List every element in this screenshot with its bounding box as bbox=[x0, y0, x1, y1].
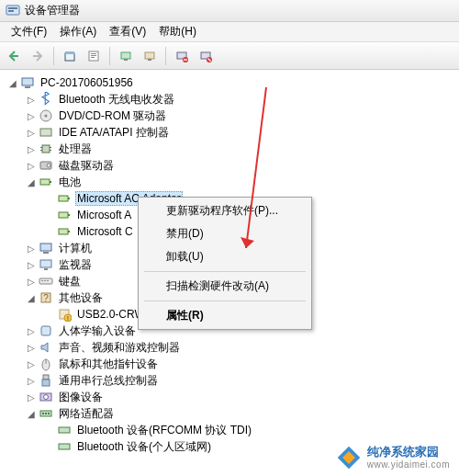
svg-rect-10 bbox=[124, 59, 128, 61]
expand-icon[interactable]: ▷ bbox=[26, 95, 36, 105]
svg-rect-35 bbox=[68, 214, 70, 216]
context-menu: 更新驱动程序软件(P)... 禁用(D) 卸载(U) 扫描检测硬件改动(A) 属… bbox=[138, 197, 312, 330]
tree-label: PC-201706051956 bbox=[39, 75, 135, 90]
svg-rect-22 bbox=[40, 129, 51, 136]
back-button[interactable] bbox=[4, 46, 24, 66]
tree-label: 鼠标和其他指针设备 bbox=[57, 356, 160, 373]
ctx-separator bbox=[144, 300, 306, 301]
collapse-icon[interactable]: ◢ bbox=[26, 409, 36, 419]
ctx-scan-hardware[interactable]: 扫描检测硬件改动(A) bbox=[140, 275, 309, 298]
expand-icon[interactable]: ▷ bbox=[26, 376, 36, 386]
svg-rect-6 bbox=[91, 53, 96, 54]
tree-category[interactable]: ▷鼠标和其他指针设备 bbox=[0, 356, 459, 372]
tree-category[interactable]: ▷图像设备 bbox=[0, 389, 459, 405]
expand-icon[interactable]: ▷ bbox=[26, 144, 36, 154]
battery-icon bbox=[57, 208, 72, 222]
svg-rect-33 bbox=[68, 198, 70, 199]
tree-label: 监视器 bbox=[57, 256, 94, 274]
tree-category[interactable]: ▷Bluetooth 无线电收发器 bbox=[0, 91, 459, 108]
toolbar-separator bbox=[53, 47, 54, 65]
window-title: 设备管理器 bbox=[25, 3, 80, 18]
collapse-icon[interactable]: ◢ bbox=[26, 177, 36, 187]
battery-icon bbox=[57, 191, 72, 206]
menu-file[interactable]: 文件(F) bbox=[6, 22, 52, 41]
expand-icon[interactable]: ▷ bbox=[26, 359, 36, 369]
svg-rect-7 bbox=[91, 55, 96, 56]
tree-label: Microsoft C bbox=[75, 224, 135, 239]
svg-text:!: ! bbox=[67, 315, 69, 322]
svg-rect-54 bbox=[43, 375, 49, 380]
tree-category[interactable]: ▷声音、视频和游戏控制器 bbox=[0, 339, 459, 356]
expand-icon[interactable]: ▷ bbox=[26, 244, 36, 254]
ctx-disable[interactable]: 禁用(D) bbox=[140, 222, 309, 245]
expand-icon[interactable]: ▷ bbox=[26, 392, 36, 402]
svg-rect-45 bbox=[47, 280, 49, 281]
collapse-icon[interactable]: ◢ bbox=[7, 78, 17, 88]
tree-label: Bluetooth 设备(个人区域网) bbox=[75, 438, 213, 456]
uninstall-button[interactable] bbox=[172, 46, 192, 66]
tree-root[interactable]: ◢PC-201706051956 bbox=[0, 74, 459, 91]
svg-text:?: ? bbox=[43, 293, 49, 303]
svg-rect-27 bbox=[50, 150, 51, 151]
tree-category-battery[interactable]: ◢电池 bbox=[0, 174, 459, 190]
forward-button[interactable] bbox=[28, 46, 48, 66]
computer-icon bbox=[39, 241, 53, 255]
expand-icon[interactable]: ▷ bbox=[26, 277, 36, 287]
ctx-properties[interactable]: 属性(R) bbox=[140, 304, 309, 327]
menu-help[interactable]: 帮助(H) bbox=[153, 22, 202, 41]
monitor-icon bbox=[39, 257, 53, 272]
tree-label: 图像设备 bbox=[57, 389, 105, 406]
collapse-icon[interactable]: ◢ bbox=[26, 293, 36, 303]
tree-label: DVD/CD-ROM 驱动器 bbox=[57, 108, 168, 125]
tree-category[interactable]: ▷磁盘驱动器 bbox=[0, 157, 459, 174]
tree-category[interactable]: ▷通用串行总线控制器 bbox=[0, 372, 459, 389]
ctx-uninstall[interactable]: 卸载(U) bbox=[140, 245, 309, 268]
tree-item[interactable]: ▷Bluetooth 设备(RFCOMM 协议 TDI) bbox=[0, 422, 459, 438]
sound-icon bbox=[39, 340, 53, 355]
tree-category-network[interactable]: ◢网络适配器 bbox=[0, 405, 459, 422]
app-icon bbox=[6, 4, 20, 18]
disable-button[interactable] bbox=[196, 46, 216, 66]
expand-icon[interactable]: ▷ bbox=[26, 326, 36, 336]
properties-button[interactable] bbox=[84, 46, 104, 66]
tree-label: 处理器 bbox=[57, 141, 94, 158]
network-adapter-icon bbox=[57, 439, 72, 454]
svg-rect-44 bbox=[44, 280, 46, 281]
toolbar bbox=[0, 42, 459, 70]
svg-rect-26 bbox=[50, 147, 51, 148]
tree-label: Microsoft A bbox=[75, 208, 133, 222]
expand-icon[interactable]: ▷ bbox=[26, 260, 36, 270]
expand-icon[interactable]: ▷ bbox=[26, 128, 36, 138]
svg-rect-12 bbox=[148, 59, 151, 61]
menu-action[interactable]: 操作(A) bbox=[54, 22, 102, 41]
tree-label: 通用串行总线控制器 bbox=[57, 372, 160, 390]
update-driver-button[interactable] bbox=[140, 46, 160, 66]
ctx-update-driver[interactable]: 更新驱动程序软件(P)... bbox=[140, 199, 309, 222]
expand-icon[interactable]: ▷ bbox=[26, 343, 36, 353]
svg-rect-61 bbox=[48, 413, 50, 414]
svg-rect-18 bbox=[22, 78, 33, 85]
svg-rect-9 bbox=[121, 52, 130, 59]
battery-icon bbox=[39, 175, 53, 189]
menu-view[interactable]: 查看(V) bbox=[104, 22, 151, 41]
svg-point-21 bbox=[45, 115, 48, 118]
scan-hardware-button[interactable] bbox=[116, 46, 136, 66]
show-hidden-button[interactable] bbox=[60, 46, 80, 66]
computer-icon bbox=[20, 75, 35, 90]
svg-rect-1 bbox=[8, 7, 17, 9]
svg-rect-37 bbox=[68, 231, 70, 232]
tree-category[interactable]: ▷DVD/CD-ROM 驱动器 bbox=[0, 108, 459, 124]
keyboard-icon bbox=[39, 274, 53, 289]
svg-rect-43 bbox=[41, 280, 43, 281]
title-bar: 设备管理器 bbox=[0, 0, 459, 22]
svg-rect-38 bbox=[40, 244, 51, 251]
expand-icon[interactable]: ▷ bbox=[26, 161, 36, 171]
network-icon bbox=[39, 406, 53, 421]
svg-rect-60 bbox=[45, 413, 47, 414]
tree-category[interactable]: ▷IDE ATA/ATAPI 控制器 bbox=[0, 124, 459, 141]
bluetooth-icon bbox=[39, 92, 53, 107]
watermark: 纯净系统家园 www.yidaimei.com bbox=[332, 443, 453, 472]
expand-icon[interactable]: ▷ bbox=[26, 111, 36, 121]
tree-category[interactable]: ▷处理器 bbox=[0, 141, 459, 157]
svg-rect-15 bbox=[184, 59, 187, 60]
